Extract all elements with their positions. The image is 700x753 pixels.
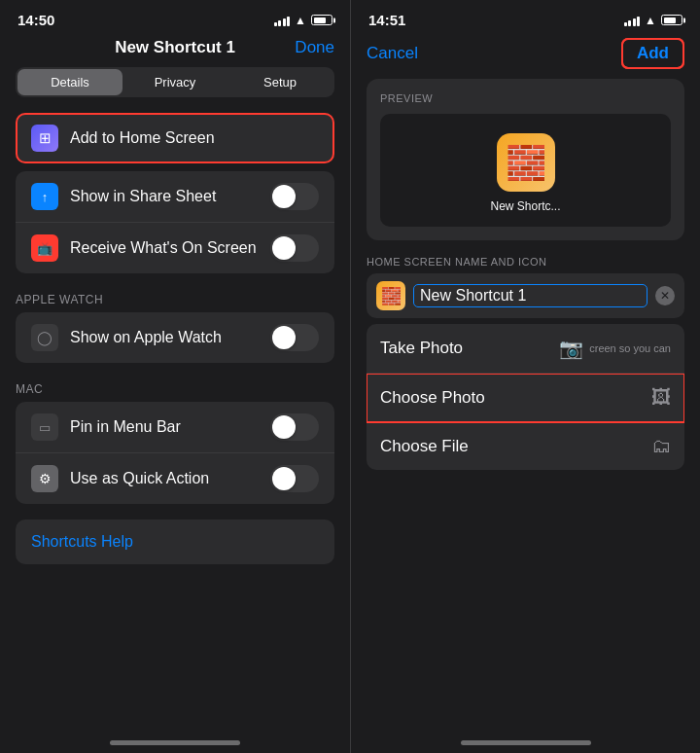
folder-icon: 🗂 — [651, 435, 671, 457]
choose-file-label: Choose File — [380, 437, 640, 456]
menu-bar-label: Pin in Menu Bar — [70, 418, 259, 436]
cancel-button[interactable]: Cancel — [367, 44, 418, 63]
camera-icon: 📷 — [559, 337, 583, 360]
add-home-group: ⊞ Add to Home Screen — [16, 113, 334, 163]
menu-bar-item[interactable]: ▭ Pin in Menu Bar — [16, 402, 334, 453]
status-icons-1: ▲ — [274, 14, 332, 27]
share-sheet-icon: ↑ — [31, 183, 58, 210]
on-screen-toggle[interactable] — [270, 234, 319, 262]
take-photo-item[interactable]: Take Photo 📷 creen so you can — [367, 324, 684, 374]
name-input-shortcut-icon: 🧱 — [376, 281, 405, 310]
choose-file-item[interactable]: Choose File 🗂 — [367, 422, 684, 470]
menu-bar-toggle[interactable] — [270, 413, 319, 441]
battery-icon-2 — [661, 15, 682, 25]
on-screen-item[interactable]: 📺 Receive What's On Screen — [16, 223, 334, 273]
name-input-clear-button[interactable]: ✕ — [655, 286, 675, 305]
mac-section: MAC — [0, 378, 350, 402]
preview-label: PREVIEW — [380, 92, 671, 104]
share-sheet-toggle[interactable] — [270, 183, 319, 210]
panel-2: 14:51 ▲ Cancel Add PREVIEW 🧱 New Shortc.… — [350, 0, 700, 753]
status-icons-2: ▲ — [624, 14, 682, 27]
status-time-1: 14:50 — [18, 12, 54, 28]
preview-card: 🧱 New Shortc... — [380, 114, 671, 227]
watch-group: ◯ Show on Apple Watch — [16, 312, 334, 363]
add-home-label: Add to Home Screen — [70, 129, 319, 147]
watch-item[interactable]: ◯ Show on Apple Watch — [16, 312, 334, 363]
battery-icon — [311, 15, 332, 25]
home-indicator-1 — [110, 740, 240, 745]
mac-group: ▭ Pin in Menu Bar ⚙ Use as Quick Action — [16, 402, 334, 504]
preview-section: PREVIEW 🧱 New Shortc... — [367, 79, 684, 240]
signal-icon-2 — [624, 15, 641, 26]
tab-bar: Details Privacy Setup — [16, 67, 334, 97]
quick-action-label: Use as Quick Action — [70, 470, 259, 487]
take-photo-right: 📷 creen so you can — [559, 337, 671, 360]
name-input-row: 🧱 ✕ — [367, 273, 684, 318]
menu-bar-icon: ▭ — [31, 413, 58, 441]
watch-label: Show on Apple Watch — [70, 329, 259, 346]
share-group: ↑ Show in Share Sheet 📺 Receive What's O… — [16, 171, 334, 273]
panel1-title: New Shortcut 1 — [115, 38, 235, 57]
panel-1: 14:50 ▲ New Shortcut 1 Done Details Priv… — [0, 0, 350, 753]
share-sheet-item[interactable]: ↑ Show in Share Sheet — [16, 171, 334, 223]
status-bar-1: 14:50 ▲ — [0, 0, 350, 34]
choose-photo-label: Choose Photo — [380, 388, 640, 408]
on-screen-icon: 📺 — [31, 234, 58, 262]
shortcut-name-preview: New Shortc... — [490, 199, 560, 213]
add-home-item[interactable]: ⊞ Add to Home Screen — [16, 113, 334, 163]
battery-fill — [314, 18, 327, 23]
choose-photo-item[interactable]: Choose Photo 🖼 — [367, 374, 684, 422]
status-bar-2: 14:51 ▲ — [351, 0, 700, 34]
nav-bar-2: Cancel Add — [351, 34, 700, 79]
photo-options-list: Take Photo 📷 creen so you can Choose Pho… — [367, 324, 684, 470]
add-button[interactable]: Add — [621, 38, 684, 69]
name-input-field[interactable] — [413, 284, 648, 307]
wifi-icon-2: ▲ — [645, 14, 656, 27]
add-home-icon: ⊞ — [31, 125, 58, 152]
quick-action-icon: ⚙ — [31, 465, 58, 492]
status-time-2: 14:51 — [368, 12, 405, 28]
quick-action-toggle[interactable] — [270, 465, 319, 492]
nav-bar-1: New Shortcut 1 Done — [0, 34, 350, 67]
tab-privacy[interactable]: Privacy — [122, 69, 228, 95]
on-screen-label: Receive What's On Screen — [70, 239, 259, 257]
quick-action-item[interactable]: ⚙ Use as Quick Action — [16, 453, 334, 504]
watch-icon: ◯ — [31, 324, 58, 351]
watch-toggle[interactable] — [270, 324, 319, 351]
signal-icon — [274, 15, 291, 26]
tab-setup[interactable]: Setup — [228, 69, 332, 95]
take-photo-hint: creen so you can — [589, 342, 671, 354]
shortcuts-help-label: Shortcuts Help — [31, 533, 133, 550]
apple-watch-section: APPLE WATCH — [0, 289, 350, 312]
share-sheet-label: Show in Share Sheet — [70, 188, 259, 205]
tab-details[interactable]: Details — [18, 69, 122, 95]
battery-fill-2 — [664, 18, 677, 23]
take-photo-label: Take Photo — [380, 339, 547, 358]
home-screen-section-label: HOME SCREEN NAME AND ICON — [351, 256, 700, 273]
photo-library-icon: 🖼 — [651, 386, 671, 409]
home-indicator-2 — [461, 740, 591, 745]
shortcut-icon-large: 🧱 — [497, 133, 555, 192]
wifi-icon: ▲ — [295, 14, 306, 27]
shortcuts-help-section[interactable]: Shortcuts Help — [16, 520, 334, 564]
done-button[interactable]: Done — [295, 38, 334, 57]
